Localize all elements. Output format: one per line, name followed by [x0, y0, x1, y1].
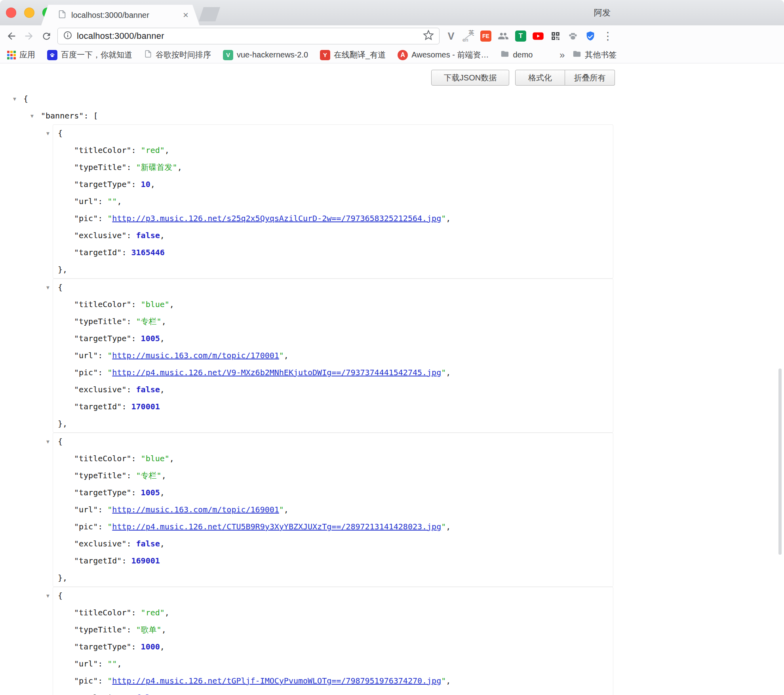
json-key: "typeTitle" [74, 625, 126, 634]
json-punctuation: : [126, 625, 136, 634]
bookmarks-overflow-chevron[interactable]: » [559, 50, 565, 61]
collapse-triangle-icon[interactable]: ▼ [46, 587, 49, 604]
paw-extension-icon[interactable] [566, 29, 580, 43]
json-string-value: "" [107, 197, 117, 206]
json-object-block: ▼{"titleColor": "blue","typeTitle": "专栏"… [53, 279, 613, 433]
json-line: "exclusive": false, [53, 381, 613, 398]
json-string-value: " [441, 522, 446, 531]
json-punctuation: : [126, 317, 136, 326]
json-punctuation: , [446, 368, 451, 377]
reload-button[interactable] [40, 30, 53, 42]
json-url-link[interactable]: http://music.163.com/m/topic/170001 [112, 351, 279, 360]
json-url-link[interactable]: http://p3.music.126.net/s25q2x5QyqsAzilC… [112, 214, 441, 223]
collapse-triangle-icon[interactable]: ▼ [46, 433, 49, 450]
json-punctuation: }, [58, 265, 67, 274]
json-string-value: "专栏" [136, 471, 162, 480]
collapse-triangle-icon[interactable]: ▼ [30, 107, 34, 124]
scrollbar-thumb[interactable] [778, 369, 782, 555]
translate-extension-icon[interactable]: en英 [462, 29, 475, 43]
json-punctuation: : [126, 471, 136, 480]
download-json-button[interactable]: 下载JSON数据 [431, 70, 509, 86]
json-number-value: 170001 [131, 402, 160, 411]
json-string-value: " [441, 368, 446, 377]
other-bookmarks-folder[interactable]: 其他书签 [573, 50, 617, 60]
bookmark-google-sort[interactable]: 谷歌按时间排序 [144, 50, 211, 60]
forward-button[interactable] [23, 30, 35, 42]
json-line: "titleColor": "blue", [53, 450, 613, 467]
json-line: "titleColor": "red", [53, 604, 613, 621]
youtube-extension-icon[interactable] [531, 29, 545, 43]
json-number-value: 169001 [131, 556, 160, 565]
json-key: "pic" [74, 676, 98, 685]
bookmark-star-icon[interactable] [423, 30, 434, 42]
json-line: ▼{ [0, 90, 784, 107]
json-punctuation: , [117, 197, 122, 206]
collapse-all-button[interactable]: 折叠所有 [565, 70, 615, 86]
shield-t-extension-icon[interactable]: T [514, 29, 527, 43]
json-line: "typeTitle": "新碟首发", [53, 159, 613, 176]
fehelper-extension-icon[interactable]: FE [479, 29, 493, 43]
json-line: "exclusive": false, [53, 535, 613, 552]
json-key: "titleColor" [74, 145, 131, 155]
back-button[interactable] [5, 30, 18, 42]
json-line: "url": "", [53, 655, 613, 672]
json-punctuation: : [98, 522, 107, 531]
json-url-link[interactable]: http://p4.music.126.net/CTU5B9R9y3XyYBZX… [112, 522, 441, 531]
json-punctuation: : [131, 488, 141, 497]
json-key: "exclusive" [74, 693, 126, 695]
json-line: ▼{ [53, 125, 613, 142]
collapse-triangle-icon[interactable]: ▼ [13, 90, 16, 107]
url-text: localhost:3000/banner [77, 31, 164, 41]
window-titlebar: localhost:3000/banner × 阿发 [0, 0, 784, 25]
minimize-window-button[interactable] [24, 8, 34, 18]
json-punctuation: : [131, 300, 141, 309]
tab-close-icon[interactable]: × [183, 10, 188, 20]
json-string-value: "新碟首发" [136, 162, 177, 172]
bookmark-vue-hackernews[interactable]: V vue-hackernews-2.0 [223, 50, 308, 60]
json-number-value: 10 [141, 179, 150, 189]
json-punctuation: : [126, 385, 136, 394]
new-tab-button[interactable] [199, 7, 220, 21]
json-punctuation: }, [58, 573, 67, 582]
bookmark-awesomes[interactable]: A Awesomes - 前端资… [398, 50, 489, 60]
apps-grid-icon [7, 51, 16, 59]
json-string-value: "" [107, 659, 117, 668]
json-number-value: 3165446 [131, 248, 165, 257]
page-info-icon[interactable] [63, 31, 72, 42]
json-line: "url": "", [53, 193, 613, 210]
qr-code-extension-icon[interactable] [549, 29, 562, 43]
vimium-extension-icon[interactable]: V [444, 29, 458, 43]
youdao-icon: Y [320, 50, 330, 60]
json-line: "pic": "http://p4.music.126.net/CTU5B9R9… [53, 518, 613, 535]
json-line: "typeTitle": "专栏", [53, 313, 613, 330]
bookmark-apps[interactable]: 应用 [7, 50, 35, 60]
json-line: "targetType": 1000, [53, 638, 613, 655]
json-url-link[interactable]: http://music.163.com/m/topic/169001 [112, 505, 279, 514]
bookmark-demo-folder[interactable]: demo [500, 50, 533, 60]
json-key: "url" [74, 505, 98, 514]
people-extension-icon[interactable] [497, 29, 510, 43]
address-bar[interactable]: localhost:3000/banner [57, 28, 440, 44]
json-punctuation: , [446, 522, 451, 531]
browser-tab[interactable]: localhost:3000/banner × [41, 5, 200, 25]
json-url-link[interactable]: http://p4.music.126.net/tGPljf-IMOCyPvum… [112, 676, 441, 685]
json-punctuation: { [58, 591, 63, 600]
browser-menu-icon[interactable]: ⋮ [602, 30, 614, 42]
json-string-value: " [107, 368, 112, 377]
json-punctuation: }, [58, 419, 67, 428]
profile-name[interactable]: 阿发 [594, 7, 611, 18]
json-key: "typeTitle" [74, 162, 126, 172]
json-punctuation: , [160, 334, 165, 343]
collapse-triangle-icon[interactable]: ▼ [46, 125, 49, 142]
close-window-button[interactable] [6, 8, 16, 18]
bookmark-baidu[interactable]: 百度一下，你就知道 [47, 50, 132, 60]
page-favicon-icon [58, 10, 67, 20]
bookmark-youdao[interactable]: Y 在线翻译_有道 [320, 50, 386, 60]
collapse-triangle-icon[interactable]: ▼ [46, 279, 49, 296]
format-button[interactable]: 格式化 [515, 70, 565, 86]
json-string-value: "专栏" [136, 317, 162, 326]
folder-icon [573, 50, 581, 60]
blue-shield-extension-icon[interactable] [584, 29, 597, 43]
bookmark-label: 百度一下，你就知道 [61, 50, 132, 60]
json-url-link[interactable]: http://p4.music.126.net/V9-MXz6b2MNhEKju… [112, 368, 441, 377]
